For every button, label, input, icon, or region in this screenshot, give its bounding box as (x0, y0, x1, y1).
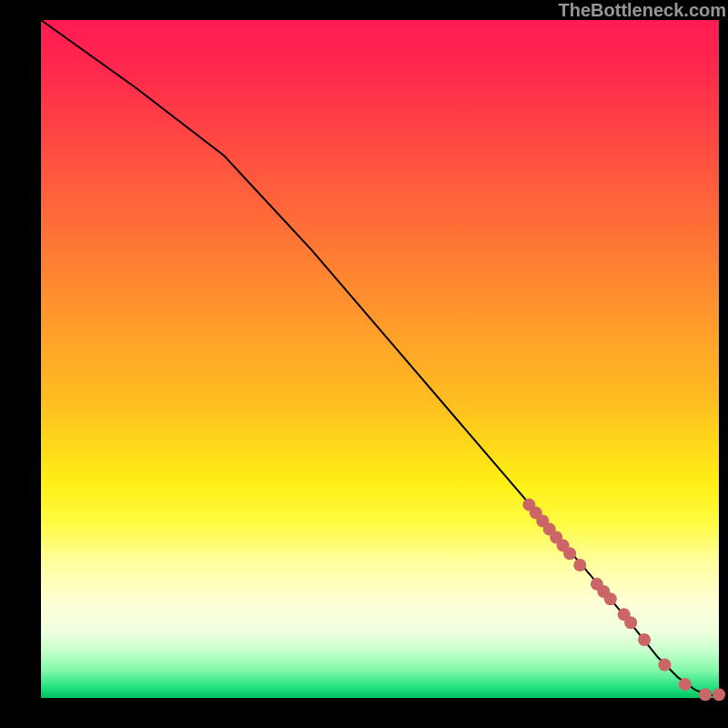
bottleneck-curve (41, 20, 719, 695)
data-point (699, 688, 712, 701)
data-point (638, 633, 651, 646)
watermark-text: TheBottleneck.com (559, 0, 726, 21)
data-point (573, 559, 586, 571)
chart-svg (41, 20, 719, 698)
data-point (658, 658, 671, 671)
data-point (713, 688, 725, 701)
data-point (624, 616, 637, 629)
chart-stage: TheBottleneck.com (0, 0, 728, 728)
data-point (679, 678, 692, 691)
data-point (563, 547, 576, 560)
data-point (604, 592, 617, 605)
